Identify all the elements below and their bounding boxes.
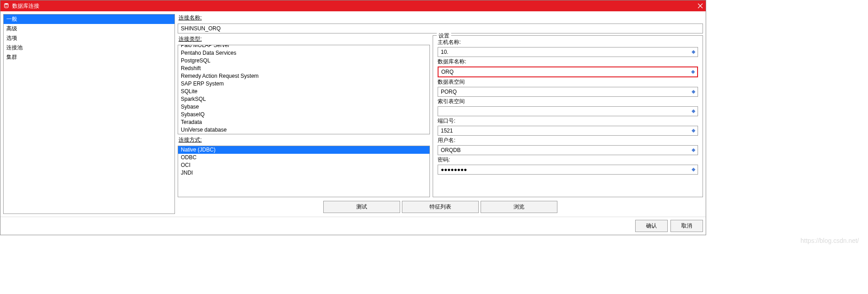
svg-rect-7 xyxy=(692,129,695,133)
access-method-item[interactable]: OCI xyxy=(178,161,429,169)
access-method-label: 连接方式: xyxy=(178,136,430,144)
connection-type-label: 连接类型: xyxy=(178,35,430,43)
settings-field-user: 用户名: xyxy=(438,137,698,155)
settings-field-port: 端口号: xyxy=(438,117,698,136)
titlebar[interactable]: 数据库连接 xyxy=(0,0,706,11)
data_ts-label: 数据表空间 xyxy=(438,78,698,86)
settings-field-hostname: 主机名称: xyxy=(438,38,698,57)
connection-type-list[interactable]: OracleOracle RDBPalo MOLAP ServerPentaho… xyxy=(178,45,430,134)
password-label: 密码: xyxy=(438,156,698,164)
user-input[interactable] xyxy=(438,146,691,155)
close-button[interactable] xyxy=(689,0,703,11)
svg-rect-9 xyxy=(692,168,695,171)
connection-type-item[interactable]: Pentaho Data Services xyxy=(178,49,429,57)
variable-icon[interactable] xyxy=(691,147,696,153)
variable-icon[interactable] xyxy=(691,89,696,95)
settings-field-password: 密码: xyxy=(438,156,698,175)
browse-button[interactable]: 浏览 xyxy=(481,201,557,213)
variable-icon[interactable] xyxy=(690,69,696,75)
access-method-item[interactable]: ODBC xyxy=(178,154,429,161)
sidebar-item-3[interactable]: 连接池 xyxy=(4,43,175,52)
settings-legend: 设置 xyxy=(437,32,451,40)
connection-type-item[interactable]: Remedy Action Request System xyxy=(178,72,429,80)
index_ts-label: 索引表空间 xyxy=(438,98,698,105)
connection-type-item[interactable]: Redshift xyxy=(178,65,429,72)
connection-type-item[interactable]: Palo MOLAP Server xyxy=(178,45,429,49)
settings-group: 设置 主机名称:数据库名称:数据表空间索引表空间端口号:用户名:密码: xyxy=(433,35,703,197)
database-icon xyxy=(3,3,9,9)
connection-name-label: 连接名称: xyxy=(178,14,703,22)
dialog-window: 数据库连接 一般高级选项连接池集群 连接名称: 连接类型: OracleOrac… xyxy=(0,0,706,235)
window-title: 数据库连接 xyxy=(12,2,689,10)
access-method-list[interactable]: Native (JDBC)ODBCOCIJNDI xyxy=(178,146,430,197)
sidebar-item-4[interactable]: 集群 xyxy=(4,52,175,62)
access-method-item[interactable]: JNDI xyxy=(178,169,429,177)
hostname-input[interactable] xyxy=(438,47,691,57)
connection-type-item[interactable]: Sybase xyxy=(178,103,429,111)
svg-rect-6 xyxy=(692,109,695,113)
connection-type-item[interactable]: Teradata xyxy=(178,119,429,126)
hostname-label: 主机名称: xyxy=(438,38,698,46)
ok-button[interactable]: 确认 xyxy=(635,220,668,232)
data_ts-input[interactable] xyxy=(438,87,691,96)
test-button[interactable]: 测试 xyxy=(323,201,400,213)
connection-type-item[interactable]: SQLite xyxy=(178,88,429,95)
dialog-footer: 确认 取消 xyxy=(0,217,706,235)
main-panel: 连接名称: 连接类型: OracleOracle RDBPalo MOLAP S… xyxy=(178,14,703,214)
connection-type-item[interactable]: UniVerse database xyxy=(178,126,429,134)
svg-point-0 xyxy=(5,3,9,5)
svg-rect-5 xyxy=(692,90,695,94)
svg-rect-4 xyxy=(691,70,695,74)
index_ts-input[interactable] xyxy=(438,107,691,116)
svg-rect-3 xyxy=(692,50,695,54)
close-icon xyxy=(698,3,703,9)
settings-field-dbname: 数据库名称: xyxy=(438,58,698,77)
sidebar-item-2[interactable]: 选项 xyxy=(4,33,175,43)
feature-list-button[interactable]: 特征列表 xyxy=(402,201,479,213)
connection-type-item[interactable]: SAP ERP System xyxy=(178,80,429,88)
variable-icon[interactable] xyxy=(691,49,696,55)
port-label: 端口号: xyxy=(438,117,698,125)
dbname-label: 数据库名称: xyxy=(438,58,698,66)
variable-icon[interactable] xyxy=(691,128,696,133)
dbname-input[interactable] xyxy=(439,67,690,76)
action-buttons: 测试 特征列表 浏览 xyxy=(178,199,703,214)
variable-icon[interactable] xyxy=(691,167,696,172)
port-input[interactable] xyxy=(438,126,691,135)
connection-type-item[interactable]: SparkSQL xyxy=(178,95,429,103)
access-method-item[interactable]: Native (JDBC) xyxy=(178,146,429,154)
sidebar-item-1[interactable]: 高级 xyxy=(4,24,175,33)
connection-type-item[interactable]: PostgreSQL xyxy=(178,57,429,65)
connection-type-item[interactable]: SybaseIQ xyxy=(178,111,429,119)
svg-rect-8 xyxy=(692,148,695,152)
user-label: 用户名: xyxy=(438,137,698,144)
password-input[interactable] xyxy=(438,165,691,174)
sidebar-item-0[interactable]: 一般 xyxy=(4,14,175,24)
sidebar: 一般高级选项连接池集群 xyxy=(3,14,175,214)
settings-field-data_ts: 数据表空间 xyxy=(438,78,698,97)
variable-icon[interactable] xyxy=(691,109,696,114)
settings-field-index_ts: 索引表空间 xyxy=(438,98,698,116)
cancel-button[interactable]: 取消 xyxy=(670,220,703,232)
content-area: 一般高级选项连接池集群 连接名称: 连接类型: OracleOracle RDB… xyxy=(0,11,706,217)
